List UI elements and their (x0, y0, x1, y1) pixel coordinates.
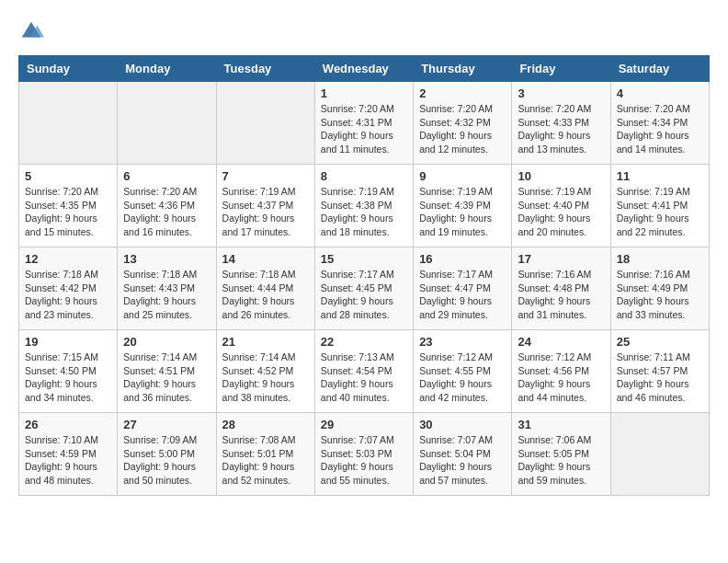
day-number: 12 (25, 252, 111, 266)
day-number: 10 (518, 169, 604, 183)
day-info: Sunrise: 7:19 AMSunset: 4:39 PMDaylight:… (419, 185, 506, 239)
day-info: Sunrise: 7:18 AMSunset: 4:42 PMDaylight:… (25, 268, 111, 322)
day-number: 6 (123, 169, 210, 183)
day-number: 29 (321, 418, 407, 431)
day-info: Sunrise: 7:18 AMSunset: 4:44 PMDaylight:… (222, 268, 309, 322)
day-info: Sunrise: 7:17 AMSunset: 4:47 PMDaylight:… (419, 268, 506, 322)
calendar-cell: 18Sunrise: 7:16 AMSunset: 4:49 PMDayligh… (610, 247, 709, 330)
day-number: 20 (123, 335, 210, 349)
calendar-cell: 20Sunrise: 7:14 AMSunset: 4:51 PMDayligh… (118, 330, 216, 413)
day-info: Sunrise: 7:12 AMSunset: 4:55 PMDaylight:… (419, 350, 506, 405)
calendar-cell: 7Sunrise: 7:19 AMSunset: 4:37 PMDaylight… (216, 165, 314, 247)
day-info: Sunrise: 7:19 AMSunset: 4:41 PMDaylight:… (617, 185, 703, 239)
day-number: 8 (321, 169, 407, 183)
calendar-cell: 8Sunrise: 7:19 AMSunset: 4:38 PMDaylight… (314, 165, 413, 247)
day-number: 26 (25, 418, 111, 431)
day-number: 25 (617, 335, 703, 349)
calendar-cell: 13Sunrise: 7:18 AMSunset: 4:43 PMDayligh… (118, 247, 216, 330)
day-number: 9 (419, 169, 506, 183)
header (18, 18, 710, 44)
calendar-week-1: 1Sunrise: 7:20 AMSunset: 4:31 PMDaylight… (19, 82, 710, 165)
day-number: 24 (518, 335, 604, 349)
calendar-week-5: 26Sunrise: 7:10 AMSunset: 4:59 PMDayligh… (19, 413, 710, 496)
day-number: 1 (321, 86, 407, 100)
day-info: Sunrise: 7:19 AMSunset: 4:38 PMDaylight:… (321, 185, 407, 239)
day-number: 31 (518, 418, 604, 431)
day-number: 28 (222, 418, 309, 431)
weekday-header-row: SundayMondayTuesdayWednesdayThursdayFrid… (19, 56, 710, 82)
day-number: 14 (222, 252, 309, 266)
day-info: Sunrise: 7:19 AMSunset: 4:40 PMDaylight:… (518, 185, 604, 239)
calendar-cell: 6Sunrise: 7:20 AMSunset: 4:36 PMDaylight… (118, 165, 216, 247)
weekday-header-tuesday: Tuesday (216, 56, 314, 82)
calendar-cell: 10Sunrise: 7:19 AMSunset: 4:40 PMDayligh… (512, 165, 610, 247)
day-info: Sunrise: 7:09 AMSunset: 5:00 PMDaylight:… (123, 433, 210, 488)
calendar-cell: 28Sunrise: 7:08 AMSunset: 5:01 PMDayligh… (216, 413, 314, 496)
day-number: 27 (123, 418, 210, 431)
weekday-header-thursday: Thursday (414, 56, 512, 82)
calendar-cell: 5Sunrise: 7:20 AMSunset: 4:35 PMDaylight… (19, 165, 118, 247)
day-info: Sunrise: 7:12 AMSunset: 4:56 PMDaylight:… (518, 350, 604, 405)
weekday-header-wednesday: Wednesday (314, 56, 413, 82)
day-number: 7 (222, 169, 309, 183)
calendar-cell: 12Sunrise: 7:18 AMSunset: 4:42 PMDayligh… (19, 247, 118, 330)
weekday-header-saturday: Saturday (610, 56, 709, 82)
calendar-cell (118, 82, 216, 165)
calendar-cell: 11Sunrise: 7:19 AMSunset: 4:41 PMDayligh… (610, 165, 709, 247)
day-number: 23 (419, 335, 506, 349)
day-info: Sunrise: 7:16 AMSunset: 4:48 PMDaylight:… (518, 268, 604, 322)
calendar-cell: 23Sunrise: 7:12 AMSunset: 4:55 PMDayligh… (414, 330, 512, 413)
calendar-cell: 2Sunrise: 7:20 AMSunset: 4:32 PMDaylight… (414, 82, 512, 165)
day-info: Sunrise: 7:14 AMSunset: 4:51 PMDaylight:… (123, 350, 210, 405)
day-number: 30 (419, 418, 506, 431)
day-info: Sunrise: 7:16 AMSunset: 4:49 PMDaylight:… (617, 268, 703, 322)
calendar-cell: 19Sunrise: 7:15 AMSunset: 4:50 PMDayligh… (19, 330, 118, 413)
day-number: 22 (321, 335, 407, 349)
day-info: Sunrise: 7:13 AMSunset: 4:54 PMDaylight:… (321, 350, 407, 405)
day-number: 21 (222, 335, 309, 349)
calendar-cell: 30Sunrise: 7:07 AMSunset: 5:04 PMDayligh… (414, 413, 512, 496)
weekday-header-monday: Monday (118, 56, 216, 82)
calendar-cell: 14Sunrise: 7:18 AMSunset: 4:44 PMDayligh… (216, 247, 314, 330)
day-info: Sunrise: 7:20 AMSunset: 4:31 PMDaylight:… (321, 102, 407, 156)
day-info: Sunrise: 7:20 AMSunset: 4:36 PMDaylight:… (123, 185, 210, 239)
day-info: Sunrise: 7:06 AMSunset: 5:05 PMDaylight:… (518, 433, 604, 488)
calendar-cell (19, 82, 118, 165)
calendar-cell: 26Sunrise: 7:10 AMSunset: 4:59 PMDayligh… (19, 413, 118, 496)
calendar-cell: 27Sunrise: 7:09 AMSunset: 5:00 PMDayligh… (118, 413, 216, 496)
day-number: 15 (321, 252, 407, 266)
day-number: 17 (518, 252, 604, 266)
calendar-cell: 9Sunrise: 7:19 AMSunset: 4:39 PMDaylight… (414, 165, 512, 247)
calendar-week-3: 12Sunrise: 7:18 AMSunset: 4:42 PMDayligh… (19, 247, 710, 330)
day-info: Sunrise: 7:07 AMSunset: 5:03 PMDaylight:… (321, 433, 407, 488)
calendar-week-4: 19Sunrise: 7:15 AMSunset: 4:50 PMDayligh… (19, 330, 710, 413)
calendar-cell: 4Sunrise: 7:20 AMSunset: 4:34 PMDaylight… (610, 82, 709, 165)
calendar-cell: 15Sunrise: 7:17 AMSunset: 4:45 PMDayligh… (314, 247, 413, 330)
day-info: Sunrise: 7:14 AMSunset: 4:52 PMDaylight:… (222, 350, 309, 405)
day-number: 5 (25, 169, 111, 183)
day-number: 18 (617, 252, 703, 266)
calendar-cell: 22Sunrise: 7:13 AMSunset: 4:54 PMDayligh… (314, 330, 413, 413)
day-info: Sunrise: 7:19 AMSunset: 4:37 PMDaylight:… (222, 185, 309, 239)
day-number: 16 (419, 252, 506, 266)
calendar-cell (216, 82, 314, 165)
logo (18, 18, 48, 44)
day-number: 4 (617, 86, 703, 100)
day-info: Sunrise: 7:11 AMSunset: 4:57 PMDaylight:… (617, 350, 703, 405)
calendar-cell (610, 413, 709, 496)
page: SundayMondayTuesdayWednesdayThursdayFrid… (0, 0, 728, 505)
calendar-cell: 16Sunrise: 7:17 AMSunset: 4:47 PMDayligh… (414, 247, 512, 330)
calendar-week-2: 5Sunrise: 7:20 AMSunset: 4:35 PMDaylight… (19, 165, 710, 247)
day-info: Sunrise: 7:07 AMSunset: 5:04 PMDaylight:… (419, 433, 506, 488)
calendar-cell: 29Sunrise: 7:07 AMSunset: 5:03 PMDayligh… (314, 413, 413, 496)
calendar-cell: 21Sunrise: 7:14 AMSunset: 4:52 PMDayligh… (216, 330, 314, 413)
day-info: Sunrise: 7:08 AMSunset: 5:01 PMDaylight:… (222, 433, 309, 488)
day-info: Sunrise: 7:20 AMSunset: 4:35 PMDaylight:… (25, 185, 111, 239)
day-info: Sunrise: 7:20 AMSunset: 4:34 PMDaylight:… (617, 102, 703, 156)
day-number: 13 (123, 252, 210, 266)
weekday-header-friday: Friday (512, 56, 610, 82)
day-info: Sunrise: 7:10 AMSunset: 4:59 PMDaylight:… (25, 433, 111, 488)
calendar-cell: 3Sunrise: 7:20 AMSunset: 4:33 PMDaylight… (512, 82, 610, 165)
calendar-cell: 17Sunrise: 7:16 AMSunset: 4:48 PMDayligh… (512, 247, 610, 330)
calendar-cell: 25Sunrise: 7:11 AMSunset: 4:57 PMDayligh… (610, 330, 709, 413)
